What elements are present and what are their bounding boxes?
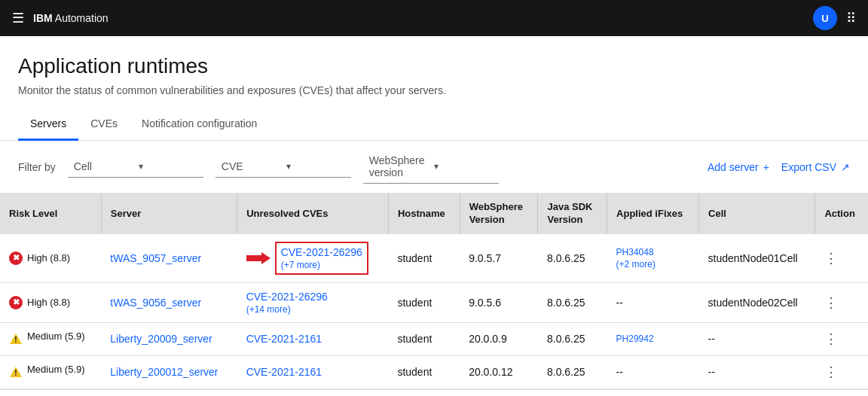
cell-server: Liberty_200012_server bbox=[101, 355, 237, 388]
table-row: ! Medium (5.9) Liberty_200012_server CVE… bbox=[0, 355, 868, 388]
medium-risk-icon: ! bbox=[9, 332, 23, 346]
brand-name: IBM bbox=[33, 12, 53, 24]
cell-cell: -- bbox=[699, 355, 815, 388]
cell-action: ⋮ bbox=[815, 355, 868, 388]
cell-cell: studentNode02Cell bbox=[699, 282, 815, 322]
websphere-filter-chevron: ▾ bbox=[434, 161, 493, 172]
cell-cell: studentNode01Cell bbox=[699, 234, 815, 283]
add-server-label: Add server bbox=[708, 161, 759, 173]
cell-action: ⋮ bbox=[815, 322, 868, 355]
grid-icon[interactable]: ⠿ bbox=[846, 10, 856, 26]
servers-table: Risk Level Server Unresolved CVEs Hostna… bbox=[0, 193, 868, 389]
table-row: ✖ High (8.8) tWAS_9057_server CVE-2021-2… bbox=[0, 234, 868, 283]
brand-label: IBM Automation bbox=[33, 12, 108, 24]
cell-risk-level: ! Medium (5.9) bbox=[0, 355, 101, 388]
table-header-row: Risk Level Server Unresolved CVEs Hostna… bbox=[0, 193, 868, 234]
action-menu-icon[interactable]: ⋮ bbox=[824, 295, 838, 310]
filter-by-label: Filter by bbox=[18, 161, 56, 173]
websphere-filter[interactable]: WebSphere version ▾ bbox=[363, 150, 499, 184]
tabs: Servers CVEs Notification configuration bbox=[0, 108, 868, 141]
col-server: Server bbox=[101, 193, 237, 234]
cell-cve: CVE-2021-2161 bbox=[237, 322, 389, 355]
export-csv-button[interactable]: Export CSV ↗ bbox=[781, 161, 850, 173]
cell-risk-level: ! Medium (5.9) bbox=[0, 322, 101, 355]
page-subtitle: Monitor the status of common vulnerabili… bbox=[18, 84, 850, 96]
cell-filter-value: Cell bbox=[74, 160, 133, 172]
server-link[interactable]: tWAS_9057_server bbox=[110, 252, 201, 264]
cell-websphere-version: 9.0.5.7 bbox=[460, 234, 538, 283]
hamburger-menu-icon[interactable]: ☰ bbox=[12, 10, 24, 26]
cell-java-sdk-version: 8.0.6.25 bbox=[538, 355, 607, 388]
col-action: Action bbox=[815, 193, 868, 234]
red-arrow-icon bbox=[246, 249, 270, 267]
cell-hostname: student bbox=[388, 355, 460, 388]
medium-risk-icon: ! bbox=[9, 365, 23, 379]
col-cell: Cell bbox=[699, 193, 815, 234]
high-risk-icon: ✖ bbox=[9, 251, 23, 265]
server-link[interactable]: tWAS_9056_server bbox=[110, 297, 201, 309]
risk-level-text: Medium (5.9) bbox=[27, 364, 85, 375]
server-link[interactable]: Liberty_200012_server bbox=[110, 366, 218, 378]
filter-bar: Filter by Cell ▾ CVE ▾ WebSphere version… bbox=[0, 141, 868, 193]
col-risk-level: Risk Level bbox=[0, 193, 101, 234]
cell-applied-ifixes: -- bbox=[607, 282, 699, 322]
cve-filter-value: CVE bbox=[222, 160, 280, 172]
cell-cell: -- bbox=[699, 322, 815, 355]
cell-server: Liberty_20009_server bbox=[101, 322, 237, 355]
tab-notification[interactable]: Notification configuration bbox=[130, 108, 269, 141]
cell-server: tWAS_9056_server bbox=[101, 282, 237, 322]
action-menu-icon[interactable]: ⋮ bbox=[824, 331, 838, 346]
cell-filter[interactable]: Cell ▾ bbox=[68, 156, 203, 178]
action-menu-icon[interactable]: ⋮ bbox=[824, 251, 838, 266]
tab-cves[interactable]: CVEs bbox=[78, 108, 130, 141]
filter-actions: Add server + Export CSV ↗ bbox=[708, 161, 850, 173]
svg-marker-0 bbox=[246, 252, 270, 264]
cell-action: ⋮ bbox=[815, 234, 868, 283]
svg-text:!: ! bbox=[14, 336, 17, 344]
cell-java-sdk-version: 8.0.6.25 bbox=[538, 282, 607, 322]
applied-ifixes-link[interactable]: PH29942 bbox=[616, 334, 690, 344]
cve-primary-link[interactable]: CVE-2021-26296 bbox=[246, 291, 380, 303]
col-hostname: Hostname bbox=[388, 193, 460, 234]
export-icon: ↗ bbox=[841, 161, 850, 173]
applied-ifixes-link[interactable]: PH34048 bbox=[616, 247, 690, 257]
risk-level-text: High (8.8) bbox=[27, 297, 70, 308]
cell-applied-ifixes: PH34048 (+2 more) bbox=[607, 234, 699, 283]
avatar[interactable]: U bbox=[813, 6, 837, 30]
cell-action: ⋮ bbox=[815, 282, 868, 322]
cve-filter-chevron: ▾ bbox=[286, 161, 345, 172]
table-row: ! Medium (5.9) Liberty_20009_server CVE-… bbox=[0, 322, 868, 355]
col-websphere-version: WebSphereVersion bbox=[460, 193, 538, 234]
server-link[interactable]: Liberty_20009_server bbox=[110, 333, 212, 345]
action-menu-icon[interactable]: ⋮ bbox=[824, 364, 838, 379]
page-header: Application runtimes Monitor the status … bbox=[0, 36, 868, 108]
tab-servers[interactable]: Servers bbox=[18, 108, 78, 141]
brand-product: Automation bbox=[55, 12, 108, 24]
main-content: Application runtimes Monitor the status … bbox=[0, 36, 868, 396]
cve-highlighted-box: CVE-2021-26296 (+7 more) bbox=[275, 242, 368, 275]
cell-applied-ifixes: PH29942 bbox=[607, 322, 699, 355]
nav-right: U ⠿ bbox=[813, 6, 856, 30]
page-title: Application runtimes bbox=[18, 54, 850, 78]
cell-risk-level: ✖ High (8.8) bbox=[0, 234, 101, 283]
cell-websphere-version: 20.0.0.9 bbox=[460, 322, 538, 355]
plus-icon: + bbox=[763, 161, 769, 173]
cve-more-text: (+14 more) bbox=[246, 304, 291, 315]
cell-cve: CVE-2021-26296 (+14 more) bbox=[237, 282, 389, 322]
svg-text:!: ! bbox=[14, 369, 17, 377]
add-server-button[interactable]: Add server + bbox=[708, 161, 769, 173]
cell-hostname: student bbox=[388, 234, 460, 283]
cell-applied-ifixes: -- bbox=[607, 355, 699, 388]
cve-more-text: (+7 more) bbox=[281, 260, 320, 270]
cve-primary-link[interactable]: CVE-2021-26296 bbox=[281, 246, 362, 258]
top-nav: ☰ IBM Automation U ⠿ bbox=[0, 0, 868, 36]
cve-primary-link[interactable]: CVE-2021-2161 bbox=[246, 333, 380, 345]
cell-websphere-version: 9.0.5.6 bbox=[460, 282, 538, 322]
col-applied-ifixes: Applied iFixes bbox=[607, 193, 699, 234]
cve-filter[interactable]: CVE ▾ bbox=[215, 156, 351, 178]
col-java-sdk-version: Java SDKVersion bbox=[538, 193, 607, 234]
websphere-filter-value: WebSphere version bbox=[369, 154, 428, 178]
cell-risk-level: ✖ High (8.8) bbox=[0, 282, 101, 322]
nav-left: ☰ IBM Automation bbox=[12, 10, 108, 26]
cve-primary-link[interactable]: CVE-2021-2161 bbox=[246, 366, 380, 378]
